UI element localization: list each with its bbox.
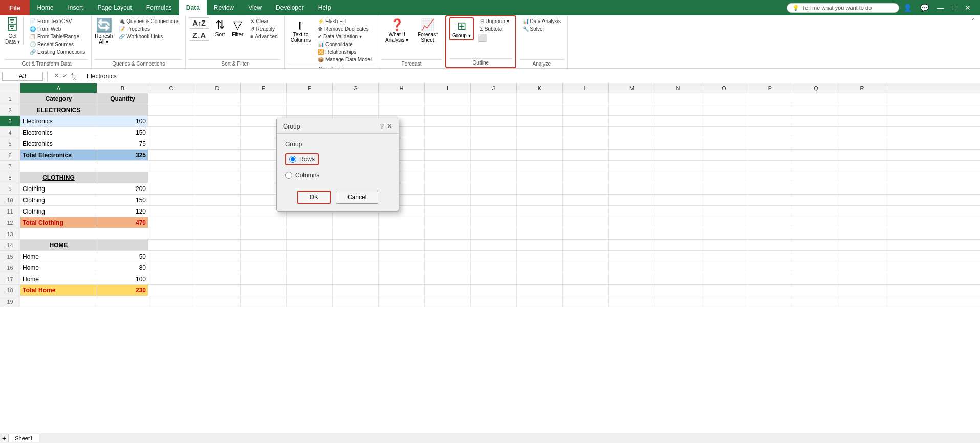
cell-P4[interactable]	[747, 127, 793, 138]
row-number[interactable]: 17	[0, 273, 20, 284]
cell-M12[interactable]	[609, 217, 655, 228]
cell-L18[interactable]	[563, 285, 609, 296]
cell-E1[interactable]	[241, 93, 287, 104]
cell-B2[interactable]	[97, 104, 148, 115]
ungroup-button[interactable]: ⊟ Ungroup ▾	[477, 17, 512, 25]
subtotal-button[interactable]: Σ Subtotal	[477, 25, 512, 33]
cell-Q3[interactable]	[793, 116, 839, 126]
cell-G18[interactable]	[333, 285, 379, 296]
cell-Q18[interactable]	[793, 285, 839, 296]
cell-N16[interactable]	[655, 262, 701, 273]
formula-input[interactable]	[84, 73, 978, 80]
cell-C2[interactable]	[148, 104, 194, 115]
cell-K8[interactable]	[517, 172, 563, 183]
sort-za-button[interactable]: Z↓A	[189, 30, 209, 41]
cell-P10[interactable]	[747, 195, 793, 205]
cell-R4[interactable]	[839, 127, 885, 138]
ok-button[interactable]: OK	[297, 191, 331, 204]
cell-Q11[interactable]	[793, 206, 839, 217]
cell-M4[interactable]	[609, 127, 655, 138]
cell-F15[interactable]	[287, 251, 333, 262]
cell-Q12[interactable]	[793, 217, 839, 228]
cell-J11[interactable]	[471, 206, 517, 217]
cell-O15[interactable]	[701, 251, 747, 262]
cell-C14[interactable]	[148, 240, 194, 250]
clear-button[interactable]: ✕ Clear	[247, 17, 280, 25]
row-number[interactable]: 18	[0, 285, 20, 296]
cell-O8[interactable]	[701, 172, 747, 183]
cell-M1[interactable]	[609, 93, 655, 104]
cancel-formula-icon[interactable]: ✕	[54, 72, 59, 81]
cell-M6[interactable]	[609, 150, 655, 160]
cell-C10[interactable]	[148, 195, 194, 205]
cell-J9[interactable]	[471, 183, 517, 194]
cell-C7[interactable]	[148, 161, 194, 172]
cell-C18[interactable]	[148, 285, 194, 296]
cell-E13[interactable]	[241, 228, 287, 239]
cell-D2[interactable]	[194, 104, 241, 115]
cell-B13[interactable]	[97, 228, 148, 239]
cell-F17[interactable]	[287, 273, 333, 284]
tab-formulas[interactable]: Formulas	[139, 0, 179, 15]
cell-R19[interactable]	[839, 296, 885, 307]
cell-A10[interactable]: Clothing	[20, 195, 97, 205]
cell-J16[interactable]	[471, 262, 517, 273]
col-header-Q[interactable]: Q	[793, 83, 839, 93]
row-number[interactable]: 19	[0, 296, 20, 307]
maximize-icon[interactable]: □	[948, 4, 961, 12]
cell-B19[interactable]	[97, 296, 148, 307]
cell-K14[interactable]	[517, 240, 563, 250]
cell-I6[interactable]	[425, 150, 471, 160]
cell-H1[interactable]	[379, 93, 425, 104]
cell-O19[interactable]	[701, 296, 747, 307]
cell-A16[interactable]: Home	[20, 262, 97, 273]
cell-C9[interactable]	[148, 183, 194, 194]
rows-radio[interactable]	[289, 156, 296, 163]
cell-G12[interactable]	[333, 217, 379, 228]
cell-D15[interactable]	[194, 251, 241, 262]
cell-A14[interactable]: HOME	[20, 240, 97, 250]
cell-N14[interactable]	[655, 240, 701, 250]
cell-L7[interactable]	[563, 161, 609, 172]
col-header-G[interactable]: G	[333, 83, 379, 93]
cell-D12[interactable]	[194, 217, 241, 228]
cell-M18[interactable]	[609, 285, 655, 296]
row-number[interactable]: 8	[0, 172, 20, 183]
cell-N5[interactable]	[655, 138, 701, 149]
cell-I19[interactable]	[425, 296, 471, 307]
cell-P3[interactable]	[747, 116, 793, 126]
cell-B7[interactable]	[97, 161, 148, 172]
cell-K10[interactable]	[517, 195, 563, 205]
cell-L17[interactable]	[563, 273, 609, 284]
tab-data[interactable]: Data	[179, 0, 207, 15]
cell-N7[interactable]	[655, 161, 701, 172]
cell-M9[interactable]	[609, 183, 655, 194]
cell-C19[interactable]	[148, 296, 194, 307]
cell-B11[interactable]: 120	[97, 206, 148, 217]
what-if-button[interactable]: ❓ What-IfAnalysis ▾	[381, 17, 412, 44]
cell-H13[interactable]	[379, 228, 425, 239]
row-number[interactable]: 3	[0, 116, 20, 126]
col-header-O[interactable]: O	[701, 83, 747, 93]
cell-D6[interactable]	[194, 150, 241, 160]
cell-N17[interactable]	[655, 273, 701, 284]
cell-P9[interactable]	[747, 183, 793, 194]
cell-R15[interactable]	[839, 251, 885, 262]
cell-C1[interactable]	[148, 93, 194, 104]
cell-Q6[interactable]	[793, 150, 839, 160]
col-header-L[interactable]: L	[563, 83, 609, 93]
cell-O12[interactable]	[701, 217, 747, 228]
row-number[interactable]: 7	[0, 161, 20, 172]
cell-M7[interactable]	[609, 161, 655, 172]
cell-K3[interactable]	[517, 116, 563, 126]
cell-O13[interactable]	[701, 228, 747, 239]
cell-M11[interactable]	[609, 206, 655, 217]
cell-P17[interactable]	[747, 273, 793, 284]
cell-K12[interactable]	[517, 217, 563, 228]
cell-Q2[interactable]	[793, 104, 839, 115]
cell-E17[interactable]	[241, 273, 287, 284]
cell-N19[interactable]	[655, 296, 701, 307]
row-number[interactable]: 2	[0, 104, 20, 115]
workbook-links-button[interactable]: 🔗 Workbook Links	[116, 33, 182, 40]
reapply-button[interactable]: ↺ Reapply	[247, 25, 280, 33]
